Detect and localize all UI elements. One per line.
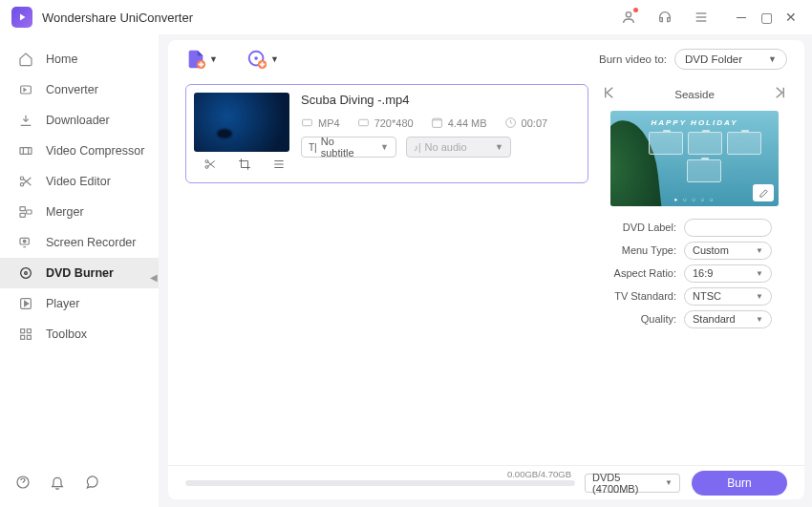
svg-rect-5 bbox=[20, 148, 32, 155]
sidebar-item-label: Downloader bbox=[46, 114, 110, 127]
merger-icon bbox=[17, 203, 34, 221]
play-icon bbox=[17, 295, 34, 312]
sidebar-item-label: Home bbox=[46, 53, 77, 66]
sidebar-item-dvd-burner[interactable]: DVD Burner bbox=[0, 258, 159, 288]
duration-meta: 00:07 bbox=[504, 116, 548, 129]
sidebar-collapse-button[interactable]: ◀ bbox=[150, 267, 160, 286]
titlebar: Wondershare UniConverter ─ ▢ ✕ bbox=[0, 0, 812, 34]
tv-standard-label: TV Standard: bbox=[602, 290, 676, 302]
burn-to-label: Burn video to: bbox=[599, 53, 667, 65]
aspect-ratio-label: Aspect Ratio: bbox=[602, 267, 676, 279]
home-icon bbox=[17, 51, 34, 68]
progress-text: 0.00GB/4.70GB bbox=[507, 469, 571, 479]
account-icon[interactable] bbox=[617, 6, 640, 29]
sidebar-item-home[interactable]: Home bbox=[0, 44, 159, 74]
aspect-ratio-select[interactable]: 16:9▼ bbox=[684, 264, 772, 283]
svg-point-23 bbox=[254, 56, 258, 60]
menu-type-select[interactable]: Custom▼ bbox=[684, 242, 772, 260]
chevron-down-icon: ▼ bbox=[665, 478, 673, 487]
chevron-down-icon: ▼ bbox=[756, 246, 763, 255]
sidebar-item-toolbox[interactable]: Toolbox bbox=[0, 319, 159, 349]
bottom-bar: 0.00GB/4.70GB DVD5 (4700MB) ▼ Burn bbox=[168, 465, 804, 499]
template-slot bbox=[687, 159, 721, 182]
disc-type-select[interactable]: DVD5 (4700MB) ▼ bbox=[585, 474, 680, 493]
menu-type-label: Menu Type: bbox=[602, 244, 676, 256]
chevron-down-icon: ▼ bbox=[487, 142, 503, 152]
svg-point-13 bbox=[21, 268, 32, 279]
notifications-icon[interactable] bbox=[48, 473, 67, 492]
chevron-down-icon: ▼ bbox=[756, 315, 763, 324]
sidebar: Home Converter Downloader Video Compress… bbox=[0, 34, 159, 507]
topbar: ▼ ▼ Burn video to: DVD Folder ▼ bbox=[168, 40, 804, 78]
quality-label: Quality: bbox=[602, 313, 676, 325]
compressor-icon bbox=[17, 142, 34, 159]
prev-template-button[interactable] bbox=[602, 84, 619, 105]
format-meta: MP4 bbox=[301, 116, 340, 129]
sidebar-item-label: Converter bbox=[46, 83, 98, 96]
template-slot bbox=[727, 132, 761, 155]
trim-button[interactable] bbox=[203, 158, 217, 175]
sidebar-item-label: Video Compressor bbox=[46, 144, 144, 158]
video-thumbnail[interactable] bbox=[194, 93, 289, 152]
svg-rect-31 bbox=[358, 119, 368, 126]
sidebar-item-label: Video Editor bbox=[46, 175, 111, 188]
svg-rect-8 bbox=[20, 207, 25, 211]
svg-rect-16 bbox=[21, 329, 25, 333]
edit-template-button[interactable] bbox=[753, 184, 774, 201]
sidebar-item-label: Screen Recorder bbox=[46, 236, 137, 249]
svg-rect-18 bbox=[21, 335, 25, 339]
disc-icon bbox=[17, 264, 34, 282]
converter-icon bbox=[17, 81, 34, 98]
sidebar-item-merger[interactable]: Merger bbox=[0, 197, 159, 227]
download-icon bbox=[17, 112, 34, 129]
sidebar-item-label: DVD Burner bbox=[46, 266, 114, 280]
maximize-button[interactable]: ▢ bbox=[757, 8, 776, 27]
crop-button[interactable] bbox=[238, 158, 251, 175]
template-slot bbox=[649, 132, 683, 155]
chevron-down-icon: ▼ bbox=[768, 54, 777, 64]
feedback-icon[interactable] bbox=[82, 473, 101, 492]
sidebar-item-compressor[interactable]: Video Compressor bbox=[0, 136, 159, 166]
sidebar-item-player[interactable]: Player bbox=[0, 288, 159, 319]
effects-button[interactable] bbox=[272, 158, 286, 175]
svg-point-14 bbox=[25, 272, 28, 275]
close-button[interactable]: ✕ bbox=[781, 8, 801, 27]
svg-point-0 bbox=[626, 12, 630, 17]
dvd-label-input[interactable] bbox=[684, 219, 772, 237]
audio-select: ♪| No audio ▼ bbox=[406, 137, 511, 158]
next-template-button[interactable] bbox=[770, 84, 787, 105]
sidebar-item-label: Merger bbox=[46, 205, 84, 219]
sidebar-item-recorder[interactable]: Screen Recorder bbox=[0, 227, 159, 258]
chevron-down-icon: ▼ bbox=[756, 269, 763, 278]
sidebar-item-converter[interactable]: Converter bbox=[0, 74, 159, 105]
menu-icon[interactable] bbox=[690, 6, 713, 29]
sidebar-item-downloader[interactable]: Downloader bbox=[0, 105, 159, 136]
recorder-icon bbox=[17, 234, 34, 251]
grid-icon bbox=[17, 326, 34, 343]
burn-button[interactable]: Burn bbox=[692, 471, 787, 496]
audio-value: No audio bbox=[425, 141, 467, 153]
resolution-meta: 720*480 bbox=[357, 116, 414, 129]
help-icon[interactable] bbox=[13, 473, 32, 492]
template-banner: HAPPY HOLIDAY bbox=[610, 118, 779, 127]
burn-to-select[interactable]: DVD Folder ▼ bbox=[674, 49, 787, 70]
svg-rect-9 bbox=[20, 213, 25, 217]
template-name: Seaside bbox=[674, 89, 715, 100]
disc-value: DVD5 (4700MB) bbox=[592, 472, 665, 495]
sidebar-item-label: Player bbox=[46, 297, 79, 310]
template-slot bbox=[688, 132, 722, 155]
support-icon[interactable] bbox=[653, 6, 676, 29]
minimize-button[interactable]: ─ bbox=[732, 8, 751, 27]
size-progress-bar: 0.00GB/4.70GB bbox=[185, 480, 575, 486]
chevron-down-icon: ▼ bbox=[209, 54, 218, 64]
add-file-button[interactable]: ▼ bbox=[185, 49, 218, 70]
quality-select[interactable]: Standard▼ bbox=[684, 310, 772, 328]
template-preview[interactable]: HAPPY HOLIDAY ● ○ ○ ○ ○ bbox=[610, 111, 779, 206]
subtitle-select[interactable]: T| No subtitle ▼ bbox=[301, 137, 396, 158]
app-logo-icon bbox=[11, 7, 32, 28]
file-card[interactable]: Scuba Diving -.mp4 MP4 720*480 4.44 MB 0… bbox=[185, 84, 588, 183]
sidebar-item-editor[interactable]: Video Editor bbox=[0, 166, 159, 197]
load-disc-button[interactable]: ▼ bbox=[246, 49, 279, 70]
subtitle-value: No subtitle bbox=[321, 136, 369, 158]
tv-standard-select[interactable]: NTSC▼ bbox=[684, 287, 772, 306]
